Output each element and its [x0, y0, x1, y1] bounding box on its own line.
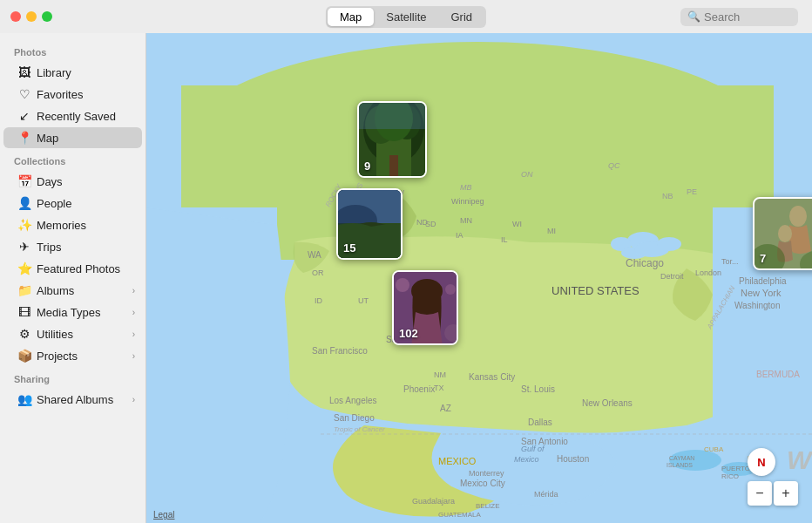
svg-text:TX: TX — [434, 384, 444, 392]
svg-text:CAYMAN: CAYMAN — [669, 455, 694, 461]
svg-text:Detroit: Detroit — [660, 272, 684, 281]
sidebar-item-trips[interactable]: ✈ Trips — [3, 236, 142, 257]
sidebar-item-projects[interactable]: 📦 Projects › — [3, 345, 142, 366]
svg-text:Mérida: Mérida — [534, 490, 558, 499]
minimize-button[interactable] — [26, 11, 37, 22]
sidebar-item-days[interactable]: 📅 Days — [3, 171, 142, 192]
sidebar-item-trips-label: Trips — [37, 241, 61, 254]
map-background: MB SK AB ON QC ND MN WI MI Chicago Detro… — [146, 33, 812, 523]
svg-text:BERMUDA: BERMUDA — [756, 370, 800, 379]
sidebar-item-memories-label: Memories — [37, 219, 86, 232]
sidebar-item-library[interactable]: 🖼 Library — [3, 62, 142, 83]
zoom-controls: − + — [748, 481, 798, 506]
svg-text:Gulf of: Gulf of — [521, 445, 545, 453]
svg-text:Kansas City: Kansas City — [469, 372, 515, 382]
photo-pin-2[interactable]: 15 — [336, 188, 403, 260]
satellite-view-button[interactable]: Satellite — [374, 8, 438, 26]
media-types-icon: 🎞 — [17, 305, 31, 319]
library-icon: 🖼 — [17, 65, 31, 79]
sidebar-item-people[interactable]: 👤 People — [3, 193, 142, 214]
svg-text:Houston: Houston — [557, 454, 589, 464]
sidebar-item-featured-photos[interactable]: ⭐ Featured Photos — [3, 258, 142, 279]
compass-button[interactable]: N — [748, 448, 775, 476]
svg-text:Dallas: Dallas — [528, 418, 552, 427]
sidebar-item-days-label: Days — [37, 175, 63, 188]
svg-text:Tropic of Cancer: Tropic of Cancer — [334, 425, 385, 433]
svg-text:Winnipeg: Winnipeg — [451, 197, 484, 206]
svg-point-103 — [396, 278, 409, 292]
traffic-lights — [10, 11, 52, 22]
sidebar-item-utilities-label: Utilities — [37, 328, 73, 341]
recently-saved-icon: ↙ — [17, 109, 31, 123]
grid-view-button[interactable]: Grid — [438, 8, 484, 26]
pin-1-count: 9 — [364, 160, 370, 173]
svg-text:MEXICO: MEXICO — [438, 456, 477, 466]
sidebar-item-media-types[interactable]: 🎞 Media Types › — [3, 302, 142, 323]
view-toggle: Map Satellite Grid — [326, 6, 486, 28]
svg-point-7 — [657, 237, 681, 251]
zoom-in-button[interactable]: + — [774, 481, 798, 506]
collections-section-label: Collections — [0, 149, 145, 170]
svg-text:AZ: AZ — [440, 404, 451, 413]
days-icon: 📅 — [17, 174, 31, 188]
photo-pin-1[interactable]: 9 — [357, 101, 427, 178]
svg-text:Chicago: Chicago — [626, 257, 664, 269]
close-button[interactable] — [10, 11, 21, 22]
svg-text:London: London — [695, 268, 721, 277]
svg-text:New York: New York — [741, 288, 782, 298]
svg-text:NM: NM — [434, 370, 446, 379]
svg-text:WA: WA — [308, 250, 321, 260]
svg-text:UT: UT — [358, 296, 369, 305]
sidebar-item-favorites[interactable]: ♡ Favorites — [3, 84, 142, 105]
photos-section-label: Photos — [0, 40, 145, 61]
utilities-chevron-icon: › — [132, 329, 135, 339]
search-input[interactable] — [704, 10, 791, 24]
trips-icon: ✈ — [17, 240, 31, 254]
svg-text:Monterrey: Monterrey — [469, 469, 504, 478]
map-area[interactable]: MB SK AB ON QC ND MN WI MI Chicago Detro… — [146, 33, 812, 523]
svg-text:NB: NB — [662, 192, 673, 200]
sidebar-item-shared-albums[interactable]: 👥 Shared Albums › — [3, 389, 142, 410]
svg-text:St. Louis: St. Louis — [521, 384, 555, 394]
sidebar-item-utilities[interactable]: ⚙ Utilities › — [3, 323, 142, 344]
svg-text:Tor...: Tor... — [721, 257, 739, 266]
sidebar-item-memories[interactable]: ✨ Memories — [3, 214, 142, 235]
people-icon: 👤 — [17, 196, 31, 210]
media-chevron-icon: › — [132, 308, 135, 317]
sidebar-item-map-label: Map — [37, 132, 58, 145]
sidebar-item-albums[interactable]: 📁 Albums › — [3, 280, 142, 301]
svg-text:Los Angeles: Los Angeles — [329, 396, 377, 405]
svg-text:OR: OR — [312, 268, 324, 277]
svg-rect-85 — [389, 155, 398, 178]
legal-link[interactable]: Legal — [153, 510, 174, 520]
search-icon: 🔍 — [687, 10, 700, 23]
pin-4-count: 102 — [399, 327, 418, 340]
svg-text:Mexico City: Mexico City — [460, 479, 505, 488]
shared-albums-chevron-icon: › — [132, 395, 135, 404]
svg-text:ID: ID — [315, 296, 323, 305]
svg-text:GUATEMALA: GUATEMALA — [438, 511, 481, 519]
albums-chevron-icon: › — [132, 286, 135, 295]
svg-text:Washington: Washington — [734, 301, 780, 310]
svg-text:MN: MN — [460, 216, 472, 225]
map-view-button[interactable]: Map — [328, 8, 374, 26]
svg-text:CUBA: CUBA — [704, 445, 724, 453]
sidebar-item-recently-saved[interactable]: ↙ Recently Saved — [3, 105, 142, 126]
shared-albums-icon: 👥 — [17, 392, 31, 406]
pin-2-count: 15 — [343, 241, 355, 255]
favorites-icon: ♡ — [17, 87, 31, 101]
svg-text:Mexico: Mexico — [514, 455, 539, 464]
sidebar: Photos 🖼 Library ♡ Favorites ↙ Recently … — [0, 33, 146, 523]
photo-pin-4[interactable]: 102 — [392, 270, 458, 345]
svg-text:Guadalajara: Guadalajara — [412, 497, 455, 506]
featured-icon: ⭐ — [17, 262, 31, 275]
sidebar-item-people-label: People — [37, 197, 71, 210]
sharing-section-label: Sharing — [0, 367, 145, 388]
sidebar-item-projects-label: Projects — [37, 350, 78, 363]
sidebar-item-shared-albums-label: Shared Albums — [37, 393, 113, 406]
zoom-out-button[interactable]: − — [748, 481, 772, 506]
sidebar-item-library-label: Library — [37, 66, 71, 79]
photo-pin-3[interactable]: 7 — [753, 197, 812, 270]
sidebar-item-map[interactable]: 📍 Map — [3, 127, 142, 148]
maximize-button[interactable] — [42, 11, 52, 22]
